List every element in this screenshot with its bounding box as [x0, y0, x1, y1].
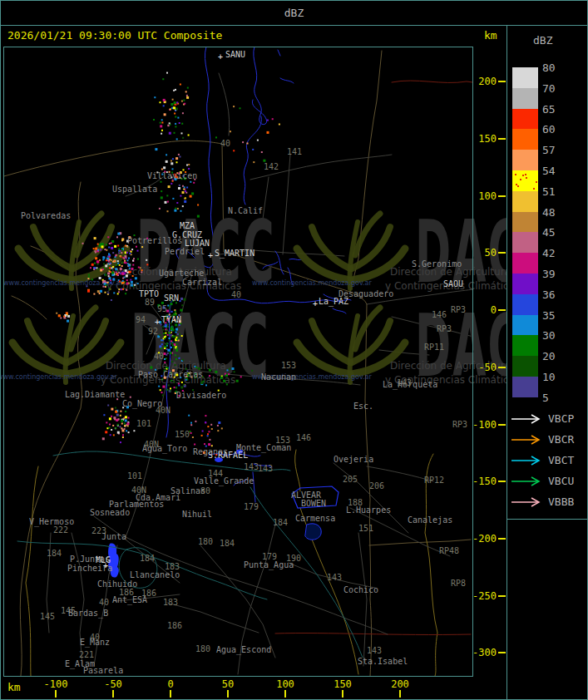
station-cross-marker: +: [208, 251, 213, 260]
colorbar-tick-label: 80: [542, 62, 556, 74]
map-place-label: E_Manz: [80, 638, 110, 648]
map-station-label: SANU: [225, 50, 245, 59]
panel-divider: [506, 26, 507, 700]
vaxis-tick: [498, 424, 506, 426]
legend-item-label: VBCU: [548, 475, 574, 487]
colorbar-speckle: [515, 174, 516, 175]
map-place-label: Lag.Diamante: [65, 390, 125, 399]
map-road-label: 180: [195, 644, 210, 653]
map-place-label: Polvaredas: [21, 211, 71, 220]
radar-composite-window: dBZ 2026/01/21 09:30:00 UTC Composite km: [0, 0, 588, 700]
vaxis-tick: [498, 538, 506, 540]
map-place-label: Agua_Escond: [216, 645, 271, 655]
map-road-label: 89: [145, 298, 155, 307]
map-station-label: S_MARTIN: [215, 249, 254, 259]
colorbar-block: [512, 67, 538, 88]
haxis-label: 0: [167, 678, 173, 690]
vaxis-label: -50: [460, 362, 497, 373]
map-road-label: 205: [343, 475, 358, 484]
map-road-label: 40N: [156, 406, 170, 415]
haxis-tick: [342, 690, 343, 698]
window-title: dBZ: [1, 1, 587, 26]
vaxis-tick: [498, 309, 506, 311]
map-road-label: 40: [231, 290, 241, 299]
map-road-label: 40N: [131, 486, 146, 495]
vaxis-label: 200: [460, 76, 497, 87]
colorbar-tick-label: 42: [542, 247, 556, 259]
colorbar-tick-label: 20: [542, 350, 556, 362]
vaxis-label: 50: [460, 247, 497, 259]
vaxis-tick: [498, 138, 506, 140]
map-place-label: Pasarela: [83, 666, 123, 675]
watermark-url: www.contingencias.mendoza.gov.ar: [252, 279, 372, 287]
map-road-label: 221: [79, 650, 94, 659]
map-road-label: 206: [369, 481, 384, 490]
colorbar-block: [512, 377, 538, 397]
map-road-label: 92: [148, 327, 158, 336]
colorbar-tick-label: 65: [542, 103, 556, 116]
haxis-label: -100: [44, 678, 68, 690]
haxis-tick: [170, 690, 171, 698]
map-road-label: 179: [244, 502, 259, 511]
legend-item-label: VBBB: [548, 495, 574, 508]
station-cross-marker: +: [155, 318, 160, 327]
map-place-label: Nihuil: [182, 510, 212, 519]
map-place-label: Desaguadero: [338, 289, 393, 298]
map-road-label: 146: [296, 433, 311, 442]
map-station-label: SRN: [164, 293, 179, 303]
colorbar-speckle: [525, 174, 526, 175]
haxis-label: 200: [391, 678, 409, 690]
map-place-label: Canalejas: [408, 515, 452, 525]
vaxis-label: -100: [460, 419, 497, 431]
vaxis-tick: [498, 481, 506, 482]
map-place-label: Cochico: [343, 585, 378, 594]
colorbar-block: [512, 335, 538, 356]
map-place-label: Ullun: [199, 40, 224, 49]
haxis-tick: [55, 690, 57, 698]
legend-item-label: VBCP: [548, 412, 574, 425]
map-place-label: Valle_Grande: [194, 476, 254, 486]
map-place-label: Uspallata: [112, 185, 157, 194]
colorbar-block: [512, 294, 538, 315]
map-place-label: Paso_Carretas: [138, 370, 203, 380]
dacc-leaf-icon: [27, 321, 66, 362]
map-road-label: 80: [200, 486, 210, 495]
map-place-label: Nacunan: [261, 372, 296, 382]
map-place-label: Carrizal: [182, 278, 222, 287]
map-road-label: 143: [327, 573, 342, 582]
colorbar-tick-label: 30: [542, 329, 556, 342]
haxis-tick: [227, 690, 229, 698]
colorbar-block: [512, 150, 538, 170]
map-road-label: 184: [140, 554, 155, 563]
map-road-label: 40N: [144, 440, 159, 449]
colorbar-speckle: [517, 185, 519, 187]
horizontal-axis-unit: km: [7, 681, 21, 693]
map-road-label: 184: [47, 549, 62, 558]
haxis-tick: [399, 690, 401, 698]
map-place-label: Punta_Agua: [244, 560, 294, 570]
map-road-label: 145: [40, 612, 55, 621]
map-station-label: SAOU: [443, 279, 463, 288]
vaxis-label: -200: [460, 533, 497, 545]
map-road-label: 101: [127, 471, 142, 481]
map-road-label: 153: [275, 436, 290, 445]
colorbar-block: [512, 191, 538, 212]
dacc-watermark-layer: DACCDirección de Agriculturay Contingenc…: [1, 202, 506, 396]
colorbar-tick-label: 35: [542, 309, 556, 322]
colorbar-tick-label: 5: [542, 392, 549, 404]
dacc-leaf-icon: [33, 227, 72, 269]
vaxis-label: -150: [460, 476, 497, 487]
colorbar-speckle: [533, 188, 535, 190]
radar-map: DACCDirección de Agriculturay Contingenc…: [1, 26, 506, 700]
map-place-label: Esc.: [353, 402, 373, 411]
vaxis-tick: [498, 652, 506, 653]
map-place-label: S.Geronimo: [412, 259, 462, 269]
colorbar-tick-label: 10: [542, 371, 556, 383]
colorbar-tick-label: 54: [542, 165, 556, 177]
colorbar-tick-label: 60: [542, 123, 556, 136]
vaxis-label: 100: [460, 190, 497, 202]
colorbar-tick-label: 57: [542, 144, 556, 156]
colorbar-title: dBZ: [533, 34, 552, 47]
map-place-label: Carmensa: [295, 514, 335, 523]
map-road-label: RP11: [424, 343, 444, 352]
